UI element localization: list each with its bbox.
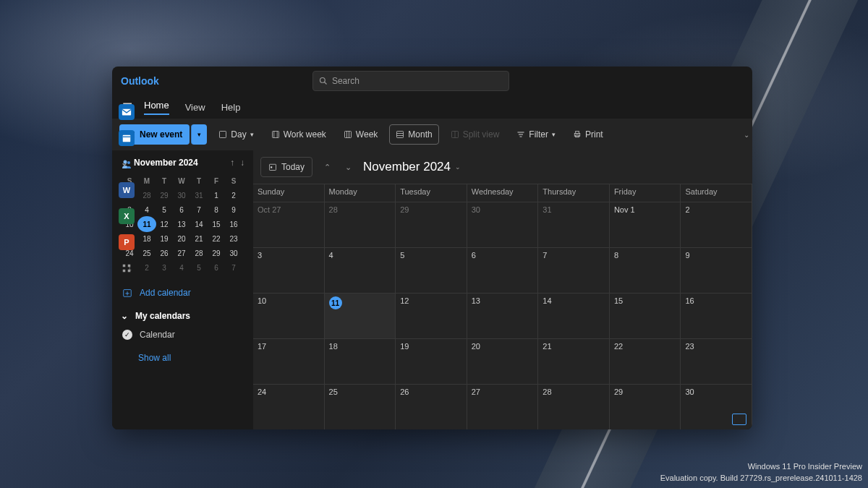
calendar-day-cell[interactable]: 27 (467, 385, 539, 429)
calendar-day-cell[interactable]: 29 (610, 385, 681, 429)
mini-cal-day[interactable]: 16 (225, 217, 242, 231)
calendar-day-cell[interactable]: Nov 1 (610, 202, 681, 247)
excel-app-icon[interactable]: X (119, 208, 135, 224)
mini-cal-day[interactable]: 6 (208, 260, 225, 275)
mini-cal-day[interactable]: 22 (208, 231, 225, 246)
mini-cal-day[interactable]: 7 (190, 202, 208, 217)
mini-cal-day[interactable]: 14 (190, 217, 208, 231)
calendar-day-cell[interactable]: 17 (253, 339, 325, 384)
mini-cal-day[interactable]: 29 (156, 188, 173, 202)
today-button[interactable]: Today (260, 157, 312, 177)
mini-cal-day[interactable]: 11 (138, 217, 156, 231)
mini-cal-day[interactable]: 5 (156, 202, 173, 217)
mini-cal-day[interactable]: 30 (173, 188, 190, 202)
calendar-day-cell[interactable]: 6 (467, 248, 539, 293)
print-button[interactable]: Print (567, 124, 609, 145)
calendar-day-cell[interactable]: 10 (253, 294, 325, 338)
calendar-day-cell[interactable]: 30 (467, 202, 539, 247)
people-app-icon[interactable] (119, 156, 135, 172)
view-month-button[interactable]: Month (389, 124, 438, 145)
mini-cal-day[interactable]: 4 (138, 202, 156, 217)
mini-cal-day[interactable]: 3 (156, 260, 173, 275)
mini-cal-day[interactable]: 2 (138, 260, 156, 275)
calendar-day-cell[interactable]: 20 (467, 339, 539, 384)
mini-cal-day[interactable]: 15 (208, 217, 225, 231)
mini-cal-day[interactable]: 28 (190, 246, 208, 260)
mini-cal-day[interactable]: 23 (225, 231, 242, 246)
mini-cal-day[interactable]: 4 (173, 260, 190, 275)
mini-cal-day[interactable]: 7 (225, 260, 242, 275)
next-month-button[interactable]: ↓ (240, 158, 244, 168)
prev-period-button[interactable]: ⌃ (321, 163, 333, 172)
calendar-day-cell[interactable]: 23 (681, 339, 752, 384)
view-day-button[interactable]: Day▾ (213, 124, 259, 145)
mini-cal-day[interactable]: 18 (138, 231, 156, 246)
calendar-day-cell[interactable]: 24 (253, 385, 325, 429)
calendar-day-cell[interactable]: 15 (610, 294, 681, 338)
new-event-dropdown[interactable]: ▾ (191, 124, 207, 145)
calendar-day-cell[interactable]: 28 (538, 385, 610, 429)
add-calendar-button[interactable]: Add calendar (121, 288, 244, 298)
mini-cal-day[interactable]: 19 (156, 231, 173, 246)
calendar-day-cell[interactable]: 3 (253, 248, 325, 293)
calendar-day-cell[interactable]: 8 (610, 248, 681, 293)
mini-cal-day[interactable]: 1 (208, 188, 225, 202)
view-workweek-button[interactable]: Work week (265, 124, 332, 145)
calendar-day-cell[interactable]: Oct 27 (253, 202, 325, 247)
mini-cal-day[interactable]: 30 (225, 246, 242, 260)
calendar-day-cell[interactable]: 26 (396, 385, 467, 429)
mini-cal-day[interactable]: 25 (138, 246, 156, 260)
calendar-day-cell[interactable]: 9 (681, 248, 752, 293)
calendar-day-cell[interactable]: 21 (538, 339, 610, 384)
calendar-day-cell[interactable]: 7 (538, 248, 610, 293)
filter-button[interactable]: Filter▾ (511, 124, 561, 145)
search-input[interactable]: Search (312, 71, 509, 91)
mini-cal-day[interactable]: 21 (190, 231, 208, 246)
calendar-day-cell[interactable]: 19 (396, 339, 467, 384)
mini-cal-day[interactable]: 20 (173, 231, 190, 246)
mini-cal-day[interactable]: 13 (173, 217, 190, 231)
mail-app-icon[interactable] (119, 104, 135, 120)
menu-help[interactable]: Help (221, 102, 241, 113)
calendar-day-cell[interactable]: 2 (681, 202, 752, 247)
mini-cal-day[interactable]: 29 (208, 246, 225, 260)
calendar-day-cell[interactable]: 31 (538, 202, 610, 247)
mini-cal-day[interactable]: 6 (173, 202, 190, 217)
more-apps-icon[interactable] (119, 260, 135, 276)
calendar-day-cell[interactable]: 18 (325, 339, 396, 384)
calendar-day-cell[interactable]: 4 (325, 248, 396, 293)
calendar-day-cell[interactable]: 12 (396, 294, 467, 338)
layout-toggle-button[interactable] (732, 414, 746, 425)
calendar-list-item[interactable]: ✓ Calendar (121, 330, 244, 340)
mini-cal-day[interactable]: 27 (173, 246, 190, 260)
calendar-day-cell[interactable]: 16 (681, 294, 752, 338)
toolbar-expand-button[interactable]: ⌄ (744, 131, 749, 139)
calendar-day-cell[interactable]: 25 (325, 385, 396, 429)
menu-view[interactable]: View (185, 102, 205, 113)
powerpoint-app-icon[interactable]: P (119, 234, 135, 250)
calendar-day-cell[interactable]: 29 (396, 202, 467, 247)
show-all-link[interactable]: Show all (121, 353, 244, 363)
calendar-day-cell[interactable]: 13 (467, 294, 539, 338)
calendar-day-cell[interactable]: 28 (325, 202, 396, 247)
calendar-day-cell[interactable]: 5 (396, 248, 467, 293)
mini-cal-day[interactable]: 31 (190, 188, 208, 202)
calendar-day-cell[interactable]: 22 (610, 339, 681, 384)
menu-home[interactable]: Home (144, 100, 169, 115)
mini-cal-day[interactable]: 12 (156, 217, 173, 231)
mini-cal-day[interactable]: 8 (208, 202, 225, 217)
month-title[interactable]: November 2024 ⌄ (363, 160, 461, 174)
view-week-button[interactable]: Week (338, 124, 383, 145)
mini-cal-day[interactable]: 28 (138, 188, 156, 202)
prev-month-button[interactable]: ↑ (230, 158, 234, 168)
mini-cal-day[interactable]: 5 (190, 260, 208, 275)
mini-cal-day[interactable]: 2 (225, 188, 242, 202)
next-period-button[interactable]: ⌄ (342, 163, 354, 172)
calendar-day-cell[interactable]: 14 (538, 294, 610, 338)
mini-cal-day[interactable]: 26 (156, 246, 173, 260)
calendar-day-cell[interactable]: 11 (325, 294, 396, 338)
calendar-app-icon[interactable] (119, 130, 135, 146)
my-calendars-section[interactable]: ⌄ My calendars (121, 311, 244, 321)
word-app-icon[interactable]: W (119, 182, 135, 198)
mini-cal-day[interactable]: 9 (225, 202, 242, 217)
